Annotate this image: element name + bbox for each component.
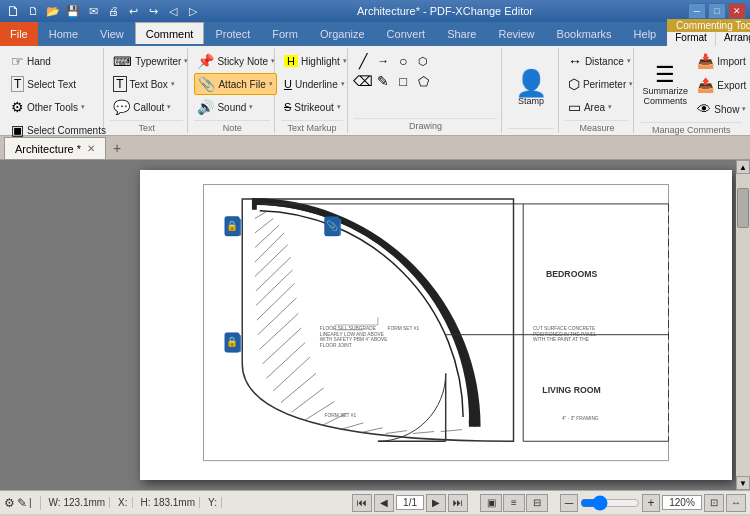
summarize-comments-button[interactable]: ☰ SummarizeComments [640, 62, 690, 108]
export-button[interactable]: 📤 Export [694, 74, 749, 96]
minimize-button[interactable]: ─ [688, 3, 706, 19]
perimeter-button[interactable]: ⬡ Perimeter ▾ [565, 73, 636, 95]
last-page-button[interactable]: ⏭ [448, 494, 468, 512]
freehand-tool-button[interactable]: ✎ [374, 72, 392, 90]
scroll-thumb[interactable] [737, 188, 749, 228]
tab-file[interactable]: File [0, 22, 38, 46]
undo-button[interactable]: ↩ [124, 2, 142, 20]
tab-form[interactable]: Form [261, 22, 309, 44]
doc-tab-close[interactable]: ✕ [87, 143, 95, 154]
scroll-up-button[interactable]: ▲ [736, 160, 750, 174]
email-button[interactable]: ✉ [84, 2, 102, 20]
tab-comment[interactable]: Comment [135, 22, 205, 44]
ribbon-group-stamp: 👤 Stamp [504, 48, 559, 133]
tab-share[interactable]: Share [436, 22, 487, 44]
prev-page-button[interactable]: ◀ [374, 494, 394, 512]
highlight-button[interactable]: H Highlight ▾ [281, 50, 350, 72]
status-icon2: ✎ [17, 496, 27, 510]
tab-protect[interactable]: Protect [204, 22, 261, 44]
vertical-scrollbar[interactable]: ▲ ▼ [736, 160, 750, 490]
doc-tab-label: Architecture * [15, 143, 81, 155]
eraser-tool-button[interactable]: ⌫ [354, 72, 372, 90]
underline-icon: U [284, 78, 292, 90]
tab-view[interactable]: View [89, 22, 135, 44]
fit-width-button[interactable]: ↔ [726, 494, 746, 512]
hand-icon: ☞ [11, 53, 24, 69]
sound-button[interactable]: 🔊 Sound ▾ [194, 96, 256, 118]
tab-bookmarks[interactable]: Bookmarks [546, 22, 623, 44]
y-label: Y: [208, 497, 217, 508]
underline-button[interactable]: U Underline ▾ [281, 73, 348, 95]
close-button[interactable]: ✕ [728, 3, 746, 19]
document-canvas[interactable]: BEDROOMS LIVING ROOM FLOOR SILL SUBGRADE… [140, 170, 732, 480]
stamp-button[interactable]: 👤 Stamp [511, 68, 551, 108]
zoom-in-button[interactable]: + [642, 494, 660, 512]
tab-home[interactable]: Home [38, 22, 89, 44]
import-icon: 📥 [697, 53, 714, 69]
maximize-button[interactable]: □ [708, 3, 726, 19]
show-button[interactable]: 👁 Show ▾ [694, 98, 749, 120]
ribbon: ☞ Hand T Select Text ⚙ Other Tools ▾ ▣ S… [0, 46, 750, 136]
tab-convert[interactable]: Convert [376, 22, 437, 44]
new-button[interactable]: 🗋 [24, 2, 42, 20]
distance-button[interactable]: ↔ Distance ▾ [565, 50, 634, 72]
height-display: H: 183.1mm [137, 497, 200, 508]
zoom-level-display[interactable]: 120% [662, 495, 702, 510]
other-tools-button[interactable]: ⚙ Other Tools ▾ [8, 96, 88, 118]
perimeter-icon: ⬡ [568, 76, 580, 92]
quick-access-toolbar: 🗋 🗋 📂 💾 ✉ 🖨 ↩ ↪ ◁ ▷ [4, 2, 202, 20]
strikeout-icon: S [284, 101, 291, 113]
back-button[interactable]: ◁ [164, 2, 182, 20]
tab-organize[interactable]: Organize [309, 22, 376, 44]
tab-format[interactable]: Format [667, 32, 716, 46]
attach-file-button[interactable]: 📎 Attach File ▾ [194, 73, 276, 95]
continuous-view-button[interactable]: ≡ [503, 494, 525, 512]
rect-tool-button[interactable]: □ [394, 72, 412, 90]
ribbon-group-text: ⌨ Typewriter ▾ T Text Box ▾ 💬 Callout ▾ … [106, 48, 188, 133]
text-markup-group-label: Text Markup [281, 120, 343, 133]
measure-group-label: Measure [565, 120, 629, 133]
svg-text:📎: 📎 [326, 220, 339, 232]
tab-help[interactable]: Help [623, 22, 668, 44]
new-tab-button[interactable]: + [106, 137, 128, 159]
first-page-button[interactable]: ⏮ [352, 494, 372, 512]
oval-tool-button[interactable]: ○ [394, 52, 412, 70]
text-box-button[interactable]: T Text Box ▾ [110, 73, 178, 95]
open-button[interactable]: 📂 [44, 2, 62, 20]
other-tools-icon: ⚙ [11, 99, 24, 115]
status-bar: ⚙ ✎ | W: 123.1mm X: H: 183.1mm Y: ⏮ ◀ 1/… [0, 490, 750, 514]
forward-button[interactable]: ▷ [184, 2, 202, 20]
scroll-down-button[interactable]: ▼ [736, 476, 750, 490]
title-bar: 🗋 🗋 📂 💾 ✉ 🖨 ↩ ↪ ◁ ▷ Architecture* - PDF-… [0, 0, 750, 22]
sticky-note-icon: 📌 [197, 53, 214, 69]
two-page-view-button[interactable]: ⊟ [526, 494, 548, 512]
typewriter-button[interactable]: ⌨ Typewriter ▾ [110, 50, 191, 72]
hand-tool-button[interactable]: ☞ Hand [8, 50, 54, 72]
zoom-slider[interactable] [580, 495, 640, 511]
width-display: W: 123.1mm [45, 497, 111, 508]
strikeout-button[interactable]: S Strikeout ▾ [281, 96, 344, 118]
select-text-button[interactable]: T Select Text [8, 73, 79, 95]
single-page-view-button[interactable]: ▣ [480, 494, 502, 512]
line-tool-button[interactable]: ╱ [354, 52, 372, 70]
svg-text:FLOOR SILL SUBGRADE: FLOOR SILL SUBGRADE [320, 326, 377, 331]
tab-review[interactable]: Review [487, 22, 545, 44]
status-separator: | [29, 497, 32, 508]
print-button[interactable]: 🖨 [104, 2, 122, 20]
sticky-note-button[interactable]: 📌 Sticky Note ▾ [194, 50, 278, 72]
doc-tab-architecture[interactable]: Architecture * ✕ [4, 137, 106, 159]
save-button[interactable]: 💾 [64, 2, 82, 20]
tab-arrange[interactable]: Arrange [716, 32, 750, 46]
poly2-tool-button[interactable]: ⬠ [414, 72, 432, 90]
fit-page-button[interactable]: ⊡ [704, 494, 724, 512]
poly-tool-button[interactable]: ⬡ [414, 52, 432, 70]
window-controls[interactable]: ─ □ ✕ [688, 3, 746, 19]
import-button[interactable]: 📥 Import [694, 50, 749, 72]
arrow-tool-button[interactable]: → [374, 52, 392, 70]
redo-button[interactable]: ↪ [144, 2, 162, 20]
next-page-button[interactable]: ▶ [426, 494, 446, 512]
area-button[interactable]: ▭ Area ▾ [565, 96, 615, 118]
zoom-out-button[interactable]: ─ [560, 494, 578, 512]
callout-button[interactable]: 💬 Callout ▾ [110, 96, 174, 118]
svg-text:CUT SURFACE CONCRETE: CUT SURFACE CONCRETE [533, 326, 596, 331]
